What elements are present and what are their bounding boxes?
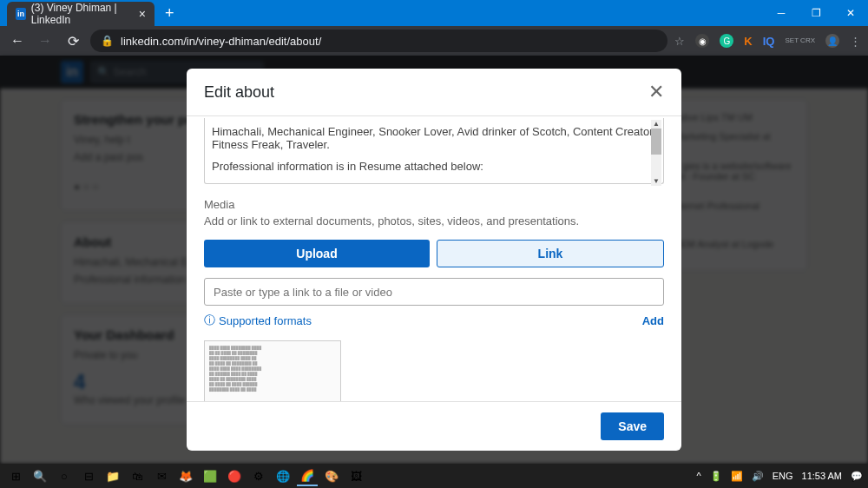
modal-backdrop[interactable]: Edit about ✕ Himachali, Mechanical Engin… (0, 56, 868, 464)
setcrx-ext-icon[interactable]: SET CRX (785, 37, 815, 44)
about-textarea[interactable]: Himachali, Mechanical Engineer, Snooker … (204, 118, 664, 184)
back-button[interactable]: ← (7, 33, 28, 49)
forward-button[interactable]: → (35, 33, 56, 49)
window-controls: ─ ❐ ✕ (764, 0, 868, 26)
browser-tab[interactable]: in (3) Viney Dhiman | LinkedIn × (7, 2, 155, 26)
linkedin-favicon: in (16, 8, 26, 20)
k-ext-icon[interactable]: K (744, 35, 752, 48)
help-icon: ⓘ (204, 313, 215, 328)
clock[interactable]: 11:53 AM (802, 471, 842, 481)
grammarly-ext-icon[interactable]: G (720, 34, 733, 48)
language-indicator[interactable]: ENG (773, 471, 793, 481)
edge-icon[interactable]: 🌐 (273, 465, 293, 486)
start-button[interactable]: ⊞ (5, 465, 26, 486)
media-description: Add or link to external documents, photo… (204, 214, 664, 228)
taskview-icon[interactable]: ⊟ (78, 465, 99, 486)
chrome-icon[interactable]: 🌈 (297, 465, 318, 486)
paint-icon[interactable]: 🎨 (321, 465, 342, 486)
lock-icon: 🔒 (101, 35, 114, 47)
address-bar: ← → ⟳ 🔒 linkedin.com/in/viney-dhiman/edi… (0, 26, 868, 56)
cortana-icon[interactable]: ○ (54, 465, 75, 486)
supported-formats-link[interactable]: ⓘ Supported formats (204, 313, 312, 328)
upload-button[interactable]: Upload (204, 240, 430, 267)
tray-chevron-icon[interactable]: ^ (697, 471, 701, 481)
link-button[interactable]: Link (437, 240, 664, 267)
close-tab-icon[interactable]: × (139, 7, 146, 21)
media-label: Media (204, 198, 664, 211)
add-button[interactable]: Add (642, 314, 664, 327)
wifi-icon[interactable]: 📶 (731, 471, 743, 482)
modal-title: Edit about (204, 83, 274, 102)
app-icon-3[interactable]: 🔴 (224, 465, 245, 486)
modal-footer: Save (187, 401, 681, 451)
url-input[interactable]: 🔒 linkedin.com/in/viney-dhiman/edit/abou… (90, 30, 667, 52)
store-icon[interactable]: 🛍 (127, 465, 148, 486)
menu-icon[interactable]: ⋮ (850, 35, 861, 48)
camera-ext-icon[interactable]: ◉ (695, 34, 709, 48)
url-text: linkedin.com/in/viney-dhiman/edit/about/ (121, 35, 321, 48)
browser-titlebar: in (3) Viney Dhiman | LinkedIn × + ─ ❐ ✕ (0, 0, 868, 26)
resume-media-thumbnail[interactable]: ████ ████ ████████ ██████ ██ ████ ██ ███… (204, 340, 341, 401)
battery-icon[interactable]: 🔋 (710, 471, 722, 482)
app-icon-1[interactable]: 🦊 (175, 465, 196, 486)
close-window-button[interactable]: ✕ (833, 0, 868, 26)
new-tab-button[interactable]: + (165, 4, 174, 23)
reload-button[interactable]: ⟳ (62, 33, 83, 49)
modal-body: Himachali, Mechanical Engineer, Snooker … (187, 116, 681, 401)
modal-header: Edit about ✕ (187, 69, 681, 116)
iq-ext-icon[interactable]: IQ (763, 35, 775, 48)
extension-icons: ☆ ◉ G K IQ SET CRX 👤 ⋮ (674, 34, 861, 48)
minimize-button[interactable]: ─ (764, 0, 799, 26)
link-url-input[interactable] (204, 278, 664, 306)
textarea-scrollbar[interactable]: ▲ ▼ (651, 120, 661, 186)
avatar-icon[interactable]: 👤 (825, 34, 839, 48)
maximize-button[interactable]: ❐ (799, 0, 833, 26)
close-icon[interactable]: ✕ (648, 81, 664, 103)
mail-icon[interactable]: ✉ (151, 465, 172, 486)
star-icon[interactable]: ☆ (674, 35, 685, 48)
explorer-icon[interactable]: 📁 (102, 465, 123, 486)
volume-icon[interactable]: 🔊 (752, 471, 764, 482)
settings-icon[interactable]: ⚙ (248, 465, 269, 486)
search-icon[interactable]: 🔍 (30, 465, 50, 486)
app-icon-2[interactable]: 🟩 (200, 465, 220, 486)
photos-icon[interactable]: 🖼 (345, 465, 366, 486)
save-button[interactable]: Save (601, 412, 664, 440)
notifications-icon[interactable]: 💬 (851, 471, 863, 482)
edit-about-modal: Edit about ✕ Himachali, Mechanical Engin… (187, 69, 681, 451)
tab-title: (3) Viney Dhiman | LinkedIn (31, 2, 139, 26)
windows-taskbar: ⊞ 🔍 ○ ⊟ 📁 🛍 ✉ 🦊 🟩 🔴 ⚙ 🌐 🌈 🎨 🖼 ^ 🔋 📶 🔊 EN… (0, 464, 868, 488)
